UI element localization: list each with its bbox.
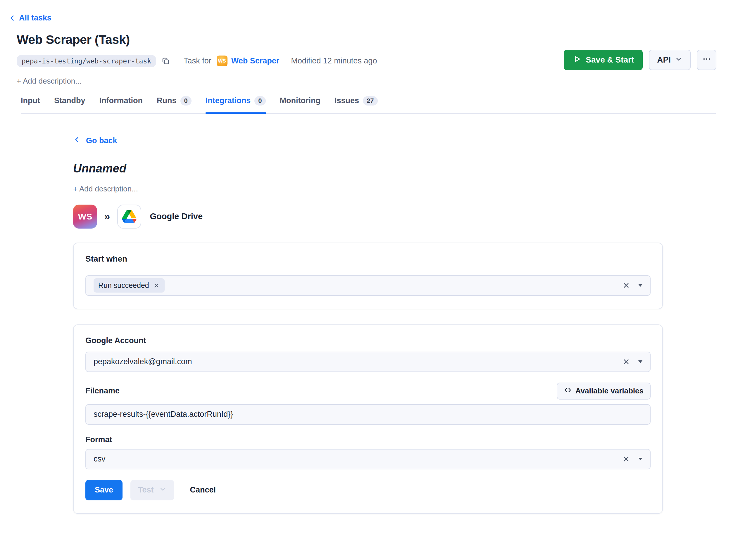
google-account-value: pepakozelvalek@gmail.com xyxy=(94,357,192,366)
ellipsis-icon xyxy=(702,54,712,66)
tab-standby[interactable]: Standby xyxy=(54,96,85,113)
task-for-label: Task for xyxy=(184,56,211,65)
copy-icon[interactable] xyxy=(160,56,171,67)
code-brackets-icon xyxy=(564,386,572,396)
task-path-badge[interactable]: pepa-is-testing/web-scraper-task xyxy=(17,55,156,67)
chevron-left-icon xyxy=(73,136,81,146)
dropdown-caret-icon[interactable] xyxy=(638,284,642,287)
clear-format-icon[interactable] xyxy=(622,455,630,463)
save-button[interactable]: Save xyxy=(85,480,122,500)
filename-label: Filename xyxy=(85,386,120,395)
format-label: Format xyxy=(85,435,112,444)
all-tasks-back-link[interactable]: All tasks xyxy=(8,13,51,23)
integration-name: Unnamed xyxy=(73,162,663,175)
go-back-link[interactable]: Go back xyxy=(73,136,117,146)
google-drive-icon xyxy=(117,205,141,229)
integration-connection-row: WS » Google Drive xyxy=(73,205,663,229)
test-button[interactable]: Test xyxy=(130,480,174,500)
chevron-down-icon xyxy=(675,55,682,65)
clear-trigger-select-icon[interactable] xyxy=(622,281,630,289)
tab-issues[interactable]: Issues 27 xyxy=(334,96,378,113)
available-variables-button[interactable]: Available variables xyxy=(557,383,651,400)
form-actions: Save Test Cancel xyxy=(85,480,651,500)
tab-input[interactable]: Input xyxy=(21,96,40,113)
play-icon xyxy=(573,55,581,65)
add-description-link[interactable]: + Add description... xyxy=(17,77,716,86)
tab-information[interactable]: Information xyxy=(99,96,143,113)
issues-count-badge: 27 xyxy=(363,96,378,106)
web-scraper-actor-icon: WS xyxy=(217,56,227,66)
format-value: csv xyxy=(94,454,106,464)
integration-settings-card: Google Account pepakozelvalek@gmail.com … xyxy=(73,324,663,514)
clear-google-account-icon[interactable] xyxy=(622,358,630,366)
actor-link[interactable]: Web Scraper xyxy=(231,56,279,65)
cancel-button[interactable]: Cancel xyxy=(188,485,218,495)
dropdown-caret-icon[interactable] xyxy=(638,458,642,460)
double-chevron-icon: » xyxy=(104,210,110,223)
page-title: Web Scraper (Task) xyxy=(17,32,716,47)
api-button[interactable]: API xyxy=(649,50,691,70)
header-actions: Save & Start API xyxy=(564,50,716,70)
start-when-heading: Start when xyxy=(85,254,651,264)
filename-input[interactable]: scrape-results-{{eventData.actorRunId}} xyxy=(85,404,651,425)
integration-detail: Go back Unnamed + Add description... WS … xyxy=(73,136,663,514)
google-account-select[interactable]: pepakozelvalek@gmail.com xyxy=(85,352,651,372)
tab-runs[interactable]: Runs 0 xyxy=(157,96,191,113)
format-select[interactable]: csv xyxy=(85,449,651,469)
remove-trigger-icon[interactable] xyxy=(153,282,160,289)
task-header: All tasks Web Scraper (Task) pepa-is-tes… xyxy=(0,0,731,86)
all-tasks-label: All tasks xyxy=(19,13,51,23)
trigger-chip: Run succeeded xyxy=(94,278,165,293)
dropdown-caret-icon[interactable] xyxy=(638,360,642,363)
tab-integrations[interactable]: Integrations 0 xyxy=(205,96,266,113)
runs-count-badge: 0 xyxy=(180,96,191,106)
filename-value: scrape-results-{{eventData.actorRunId}} xyxy=(94,410,233,419)
task-tabs: Input Standby Information Runs 0 Integra… xyxy=(21,96,716,114)
integration-add-description-link[interactable]: + Add description... xyxy=(73,184,663,193)
more-options-button[interactable] xyxy=(697,50,716,70)
chevron-left-icon xyxy=(8,14,16,22)
web-scraper-source-icon: WS xyxy=(73,205,97,229)
save-and-start-button[interactable]: Save & Start xyxy=(564,50,643,70)
trigger-multiselect[interactable]: Run succeeded xyxy=(85,275,651,296)
start-when-card: Start when Run succeeded xyxy=(73,243,663,309)
integrations-count-badge: 0 xyxy=(254,96,265,106)
google-account-label: Google Account xyxy=(85,336,651,345)
modified-timestamp: Modified 12 minutes ago xyxy=(291,56,377,65)
chevron-down-icon xyxy=(159,485,166,495)
tab-monitoring[interactable]: Monitoring xyxy=(280,96,320,113)
target-service-name: Google Drive xyxy=(150,212,203,221)
